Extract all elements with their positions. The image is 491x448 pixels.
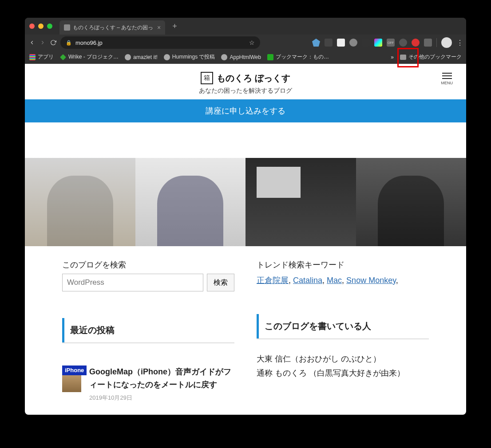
left-column: このブログを検索 検索 最近の投稿 iPhone GoogleMap（iPhon… [62, 259, 234, 402]
site-title: ものくろ ぼっくす [217, 72, 290, 84]
extension-diamond-icon[interactable] [312, 39, 320, 47]
page-content: 箱 ものくろ ぼっくす あなたの困ったを解決するブログ MENU 講座に申し込み… [25, 64, 466, 415]
extension-pocket-icon[interactable] [362, 39, 370, 47]
tab-title: ものくろぼっくす – あなたの困っ… [73, 24, 153, 31]
bookmark-label: アプリ [38, 53, 54, 61]
extension-icon[interactable] [374, 39, 382, 47]
apps-icon [29, 54, 36, 60]
banner-text: 講座に申し込みをする [206, 106, 285, 115]
author-line: 通称 ものくろ （白黒写真大好きが由来） [257, 366, 429, 380]
hero-image [246, 158, 356, 246]
new-tab-button[interactable]: + [172, 22, 177, 31]
address-bar[interactable]: 🔒 mono96.jp ☆ [60, 36, 260, 49]
post-date: 2019年10月29日 [89, 394, 234, 402]
bookmark-wrike[interactable]: Wrike - プロジェク… [60, 53, 119, 61]
extension-off-icon[interactable]: OFF [387, 39, 395, 47]
trend-links: 正倉院展, Catalina, Mac, Snow Monkey, [257, 274, 429, 287]
bookmark-apphtml[interactable]: AppHtmlWeb [221, 54, 261, 60]
author-info: 大東 信仁（おおひがし のぶひと） 通称 ものくろ （白黒写真大好きが由来） [257, 352, 429, 381]
bookmark-label: Hummings で投稿 [172, 53, 215, 61]
browser-tab[interactable]: ものくろぼっくす – あなたの困っ… × [59, 20, 165, 35]
search-button[interactable]: 検索 [207, 274, 234, 291]
post-thumbnail: iPhone [62, 365, 81, 392]
bookmark-label: ブックマーク：もの… [276, 53, 329, 61]
logo-icon: 箱 [201, 72, 213, 84]
bookmark-item[interactable]: ブックマーク：もの… [267, 53, 329, 61]
cta-banner[interactable]: 講座に申し込みをする [25, 99, 466, 122]
menu-button[interactable]: MENU [441, 73, 453, 85]
forward-button[interactable] [39, 39, 46, 46]
globe-icon [125, 54, 131, 60]
bookmark-label: Wrike - プロジェク… [68, 53, 119, 61]
divider [436, 38, 437, 47]
hero-image [25, 158, 135, 246]
logo-row[interactable]: 箱 ものくろ ぼっくす [25, 72, 466, 84]
window-controls [29, 24, 52, 29]
close-tab-icon[interactable]: × [157, 24, 161, 31]
bookmark-label: amazlet it! [133, 54, 158, 60]
separator: , [322, 276, 327, 285]
bookmark-apps[interactable]: アプリ [29, 53, 54, 61]
content-columns: このブログを検索 検索 最近の投稿 iPhone GoogleMap（iPhon… [25, 246, 466, 402]
favicon-icon [64, 24, 70, 31]
hero-image [356, 158, 467, 246]
post-text: GoogleMap（iPhone）音声ガイドがフィートになったのをメートルに戻す… [89, 365, 234, 402]
separator: , [289, 276, 293, 285]
author-heading: このブログを書いている人 [257, 314, 429, 339]
extension-icon[interactable] [424, 39, 432, 47]
extension-icons: OFF ⋮ [312, 37, 463, 48]
wrike-icon [60, 54, 66, 60]
titlebar: ものくろぼっくす – あなたの困っ… × + [25, 18, 466, 35]
close-window-button[interactable] [29, 24, 35, 29]
extension-icon[interactable] [349, 39, 357, 47]
trend-keyword-link[interactable]: Catalina [293, 276, 322, 285]
globe-icon [221, 54, 227, 60]
extension-highlighted-icon[interactable] [412, 39, 420, 47]
menu-label: MENU [441, 81, 453, 85]
maximize-window-button[interactable] [47, 24, 52, 29]
hamburger-icon [442, 73, 452, 79]
trend-label: トレンド検索キーワード [257, 259, 429, 270]
hero-images [25, 158, 466, 246]
hero-image [135, 158, 246, 246]
post-title: GoogleMap（iPhone）音声ガイドがフィートになったのをメートルに戻す [89, 365, 234, 391]
globe-icon [164, 54, 170, 60]
browser-window: ものくろぼっくす – あなたの困っ… × + 🔒 mono96.jp ☆ OFF [25, 18, 466, 415]
post-item[interactable]: iPhone GoogleMap（iPhone）音声ガイドがフィートになったのを… [62, 365, 234, 402]
trend-keyword-link[interactable]: 正倉院展 [257, 276, 289, 285]
post-category-badge: iPhone [62, 365, 87, 375]
bookmarks-overflow-icon[interactable]: » [391, 54, 394, 60]
lock-icon: 🔒 [66, 40, 72, 46]
extension-icon[interactable] [399, 39, 407, 47]
url-text: mono96.jp [75, 39, 103, 46]
extension-icon[interactable] [325, 39, 333, 47]
bookmark-label: AppHtmlWeb [230, 54, 261, 60]
right-column: トレンド検索キーワード 正倉院展, Catalina, Mac, Snow Mo… [257, 259, 429, 402]
search-row: 検索 [62, 274, 234, 291]
site-subtitle: あなたの困ったを解決するブログ [25, 87, 466, 95]
site-header: 箱 ものくろ ぼっくす あなたの困ったを解決するブログ MENU [25, 64, 466, 99]
search-input[interactable] [62, 274, 203, 291]
browser-menu-button[interactable]: ⋮ [456, 39, 463, 47]
separator: , [396, 276, 398, 285]
reload-button[interactable] [50, 39, 57, 46]
trend-keyword-link[interactable]: Snow Monkey [346, 276, 396, 285]
author-line: 大東 信仁（おおひがし のぶひと） [257, 352, 429, 366]
bookmark-amazlet[interactable]: amazlet it! [125, 54, 158, 60]
recent-posts-heading: 最近の投稿 [62, 318, 234, 343]
highlight-box [397, 48, 419, 67]
separator: , [342, 276, 346, 285]
bookmark-hummings[interactable]: Hummings で投稿 [164, 53, 215, 61]
star-icon[interactable]: ☆ [249, 39, 255, 46]
trend-keyword-link[interactable]: Mac [327, 276, 342, 285]
extension-icon[interactable] [337, 39, 345, 47]
bookmark-icon [267, 54, 273, 60]
minimize-window-button[interactable] [38, 24, 44, 29]
search-label: このブログを検索 [62, 259, 234, 270]
back-button[interactable] [28, 39, 36, 46]
profile-avatar[interactable] [441, 37, 452, 48]
